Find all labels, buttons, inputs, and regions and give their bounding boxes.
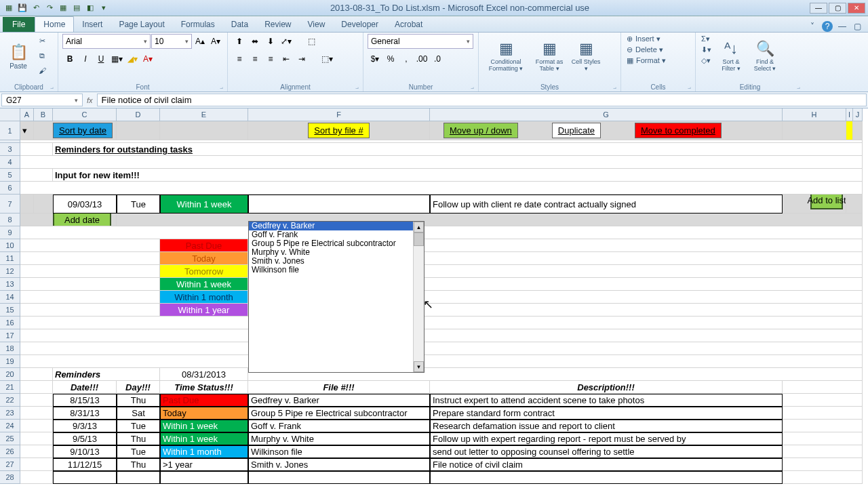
col-header[interactable]: F <box>248 108 430 121</box>
table-row[interactable]: 9/5/13ThuWithin 1 weekMurphy v. WhiteFol… <box>20 432 863 445</box>
align-right-icon[interactable]: ≡ <box>263 52 278 66</box>
table-row[interactable]: 11/12/15Thu>1 yearSmith v. JonesFile not… <box>20 458 863 471</box>
delete-cells-button[interactable]: ⊖Delete ▾ <box>625 45 665 55</box>
row-header[interactable]: 28 <box>0 471 20 484</box>
row-header[interactable]: 6 <box>0 182 20 195</box>
align-left-icon[interactable]: ≡ <box>232 52 247 66</box>
increase-font-icon[interactable]: A▴ <box>193 34 208 49</box>
insert-cells-button[interactable]: ⊕Insert ▾ <box>625 34 662 44</box>
tab-insert[interactable]: Insert <box>74 17 111 32</box>
input-file[interactable] <box>248 195 430 214</box>
scroll-down-icon[interactable]: ▼ <box>414 361 424 372</box>
increase-decimal-icon[interactable]: .00 <box>414 52 429 66</box>
col-header[interactable]: A <box>20 108 34 121</box>
row-header[interactable]: 9 <box>0 226 20 239</box>
col-header[interactable]: J <box>853 108 863 121</box>
col-header[interactable]: I <box>846 108 853 121</box>
file-dropdown-list[interactable]: Gedfrey v. Barker Goff v. Frank Group 5 … <box>248 221 425 373</box>
duplicate-button[interactable]: Duplicate <box>552 123 601 138</box>
tab-data[interactable]: Data <box>223 17 256 32</box>
row-header[interactable]: 17 <box>0 329 20 342</box>
font-color-button[interactable]: A▾ <box>140 52 155 66</box>
add-date-button[interactable]: Add date <box>53 214 111 226</box>
row-header[interactable]: 19 <box>0 355 20 368</box>
minimize-button[interactable]: — <box>810 3 827 14</box>
dropdown-scrollbar[interactable]: ▲ ▼ <box>413 222 424 372</box>
help-icon[interactable]: ? <box>822 21 833 32</box>
row-header[interactable]: 27 <box>0 458 20 471</box>
maximize-button[interactable]: ▢ <box>829 3 846 14</box>
save-icon[interactable]: 💾 <box>16 2 28 14</box>
col-header[interactable]: G <box>430 108 783 121</box>
fx-icon[interactable]: fx <box>87 96 93 104</box>
format-cells-button[interactable]: ▦Format ▾ <box>625 56 667 66</box>
row-header[interactable]: 25 <box>0 432 20 445</box>
tab-page-layout[interactable]: Page Layout <box>111 17 172 32</box>
row-header[interactable]: 22 <box>0 394 20 407</box>
row-header[interactable]: 7 <box>0 195 20 214</box>
tab-developer[interactable]: Developer <box>333 17 387 32</box>
conditional-formatting-button[interactable]: ▦Conditional Formatting ▾ <box>483 34 529 79</box>
bold-button[interactable]: B <box>62 52 77 66</box>
row-header[interactable]: 12 <box>0 265 20 278</box>
autosum-button[interactable]: Σ▾ <box>700 34 713 44</box>
cell-styles-button[interactable]: ▦Cell Styles ▾ <box>570 34 602 79</box>
row-header[interactable]: 16 <box>0 317 20 329</box>
dropdown-item[interactable]: Group 5 Pipe re Electrical subcontractor <box>249 239 413 248</box>
name-box[interactable]: G27 <box>1 94 83 106</box>
comma-icon[interactable]: , <box>399 52 414 66</box>
clear-button[interactable]: ◇▾ <box>700 56 713 66</box>
paste-button[interactable]: 📋Paste <box>4 34 33 79</box>
find-select-button[interactable]: 🔍Find & Select ▾ <box>749 34 781 79</box>
tab-home[interactable]: Home <box>35 16 74 32</box>
row-header[interactable]: 15 <box>0 304 20 317</box>
row-header[interactable]: 8 <box>0 214 20 226</box>
row-header[interactable]: 26 <box>0 445 20 458</box>
input-date[interactable]: 09/03/13 <box>53 195 117 214</box>
qat-dropdown-icon[interactable]: ▾ <box>98 2 110 14</box>
move-to-completed-button[interactable]: Move to completed <box>635 123 722 138</box>
scroll-up-icon[interactable]: ▲ <box>414 222 424 232</box>
decrease-font-icon[interactable]: A▾ <box>208 34 223 49</box>
row-header[interactable]: 18 <box>0 342 20 355</box>
sort-by-date-button[interactable]: Sort by date <box>53 123 113 138</box>
close-button[interactable]: ✕ <box>848 3 865 14</box>
col-header[interactable]: C <box>53 108 117 121</box>
cells-area[interactable]: ▾ Sort by date Sort by file # Move up / … <box>20 121 863 484</box>
font-name-combo[interactable]: Arial <box>62 34 151 49</box>
table-row[interactable]: 8/15/13ThuPast DueGedfrey v. BarkerInstr… <box>20 394 863 407</box>
align-middle-icon[interactable]: ⬌ <box>248 34 262 49</box>
dropdown-item[interactable]: Gedfrey v. Barker <box>249 222 413 230</box>
align-bottom-icon[interactable]: ⬇ <box>263 34 278 49</box>
dropdown-item[interactable]: Murphy v. White <box>249 248 413 257</box>
sort-filter-button[interactable]: ᴬ↓Sort & Filter ▾ <box>715 34 747 79</box>
file-tab[interactable]: File <box>3 17 35 32</box>
window-restore-icon[interactable]: ▢ <box>852 21 863 32</box>
dropdown-item[interactable]: Goff v. Frank <box>249 230 413 239</box>
format-painter-icon[interactable]: 🖌 <box>35 64 49 77</box>
tab-view[interactable]: View <box>300 17 334 32</box>
copy-icon[interactable]: ⧉ <box>35 49 49 62</box>
row-header[interactable]: 21 <box>0 381 20 394</box>
table-row[interactable]: 9/10/13TueWithin 1 monthWilkinson filese… <box>20 445 863 458</box>
align-top-icon[interactable]: ⬆ <box>232 34 247 49</box>
tab-review[interactable]: Review <box>256 17 299 32</box>
border-button[interactable]: ▦▾ <box>109 52 124 66</box>
row-header[interactable]: 10 <box>0 239 20 252</box>
col-header[interactable]: D <box>117 108 160 121</box>
decrease-indent-icon[interactable]: ⇤ <box>279 52 294 66</box>
redo-icon[interactable]: ↷ <box>43 2 56 14</box>
increase-indent-icon[interactable]: ⇥ <box>294 52 309 66</box>
row-header[interactable]: 1 <box>0 121 20 140</box>
col-header[interactable]: B <box>34 108 53 121</box>
scroll-thumb[interactable] <box>414 232 424 246</box>
qat-icon[interactable]: ▦ <box>57 2 69 14</box>
row-header[interactable]: 4 <box>0 156 20 169</box>
tab-formulas[interactable]: Formulas <box>173 17 223 32</box>
sort-by-file-button[interactable]: Sort by file # <box>308 123 369 138</box>
qat-icon[interactable]: ▤ <box>71 2 83 14</box>
dropdown-item[interactable]: Wilkinson file <box>249 266 413 274</box>
table-row[interactable]: 9/3/13TueWithin 1 weekGoff v. FrankResea… <box>20 420 863 432</box>
move-up-down-button[interactable]: Move up / down <box>443 123 518 138</box>
fill-color-button[interactable]: ◢▾ <box>125 52 140 66</box>
